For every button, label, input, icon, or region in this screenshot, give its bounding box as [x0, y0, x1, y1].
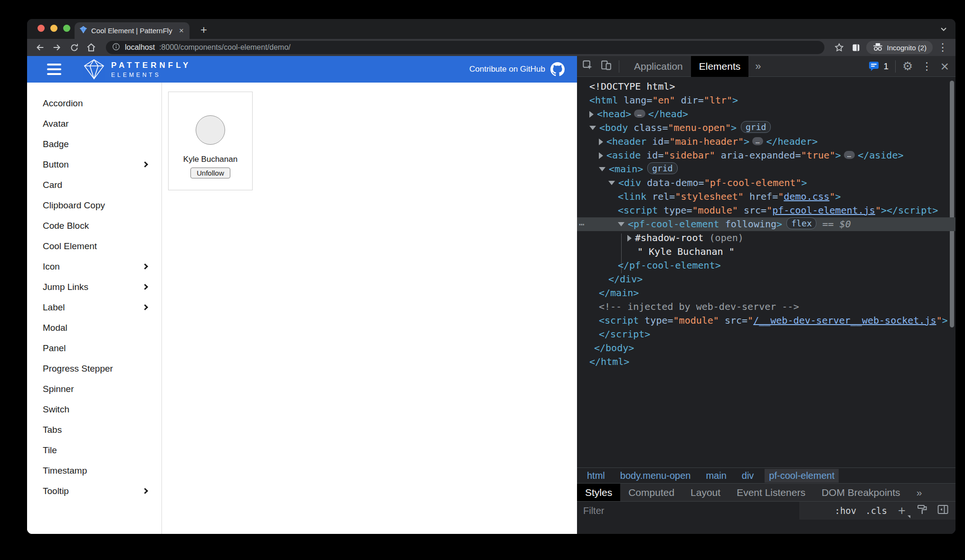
sidebar-item-tooltip[interactable]: Tooltip	[27, 481, 161, 501]
sidebar-item-switch[interactable]: Switch	[27, 399, 161, 420]
dom-tree-line[interactable]: <head>…</head>	[577, 107, 956, 121]
devtools-kebab-icon[interactable]: ⋮	[919, 60, 934, 73]
layout-badge[interactable]: grid	[741, 121, 771, 133]
twisty-expanded-icon[interactable]	[599, 167, 605, 171]
hamburger-menu-icon[interactable]	[47, 64, 61, 75]
zoom-window-button[interactable]	[63, 25, 70, 32]
breadcrumb-item-div[interactable]: div	[738, 469, 758, 483]
minimize-window-button[interactable]	[50, 25, 57, 32]
dom-tree-line[interactable]: <!-- injected by web-dev-server -->	[577, 300, 956, 314]
dom-tree-line[interactable]: <!DOCTYPE html>	[577, 80, 956, 93]
dom-tree-line[interactable]: <header id="main-header">…</header>	[577, 135, 956, 149]
breadcrumb-item-main[interactable]: main	[701, 469, 730, 483]
twisty-collapsed-icon[interactable]	[627, 235, 632, 242]
site-info-icon[interactable]	[112, 42, 121, 53]
devtools-close-icon[interactable]: ×	[940, 59, 949, 74]
layout-badge[interactable]: grid	[647, 162, 677, 174]
dom-tree-line[interactable]: </div>	[577, 272, 956, 286]
expand-ellipsis-button[interactable]: …	[844, 151, 855, 159]
unfollow-button[interactable]: Unfollow	[190, 168, 230, 178]
tab-computed[interactable]: Computed	[620, 484, 682, 502]
toggle-element-classes[interactable]: .cls	[865, 505, 887, 516]
sidebar-item-avatar[interactable]: Avatar	[27, 113, 161, 134]
breadcrumb-item-pf-cool-element[interactable]: pf-cool-element	[765, 469, 839, 483]
dom-tree-line[interactable]: " Kyle Buchanan "	[577, 245, 956, 259]
sidebar-item-accordion[interactable]: Accordion	[27, 93, 161, 113]
console-issues-badge[interactable]: 1	[869, 61, 889, 72]
twisty-expanded-icon[interactable]	[608, 181, 615, 185]
twisty-collapsed-icon[interactable]	[599, 139, 603, 145]
sidebar-item-timestamp[interactable]: Timestamp	[27, 460, 161, 481]
dom-tree-line[interactable]: <script type="module" src="pf-cool-eleme…	[577, 204, 956, 217]
sidebar-item-tile[interactable]: Tile	[27, 440, 161, 460]
more-style-tabs-chevron[interactable]: »	[908, 484, 930, 502]
dom-tree-line[interactable]: <main>grid	[577, 162, 956, 176]
dom-tree-line[interactable]: <body class="menu-open">grid	[577, 121, 956, 135]
dom-tree-line[interactable]: #shadow-root (open)	[577, 231, 956, 245]
sidebar-item-tabs[interactable]: Tabs	[27, 420, 161, 440]
dom-tree-line[interactable]: <aside id="sidebar" aria-expanded="true"…	[577, 149, 956, 162]
twisty-expanded-icon[interactable]	[589, 126, 596, 130]
sidebar-item-label[interactable]: Label	[27, 297, 161, 317]
sidebar-item-card[interactable]: Card	[27, 175, 161, 195]
dom-tree-line[interactable]: <link rel="stylesheet" href="demo.css">	[577, 190, 956, 204]
styles-filter-input[interactable]	[577, 502, 799, 520]
more-panels-chevron[interactable]: »	[755, 60, 761, 73]
dom-tree-line[interactable]: </main>	[577, 286, 956, 300]
bookmark-star-icon[interactable]	[832, 41, 846, 54]
dom-tree-line[interactable]: <div data-demo="pf-cool-element">	[577, 176, 956, 190]
more-actions-ellipsis[interactable]: ⋯	[579, 217, 585, 231]
dom-tree-line[interactable]: <script type="module" src="/__web-dev-se…	[577, 314, 956, 327]
tab-dom-breakpoints[interactable]: DOM Breakpoints	[814, 484, 908, 502]
twisty-collapsed-icon[interactable]	[589, 111, 594, 118]
forward-icon[interactable]	[50, 41, 64, 54]
sidebar-item-jump-links[interactable]: Jump Links	[27, 277, 161, 297]
breadcrumb-item-body-menu-open[interactable]: body.menu-open	[616, 469, 695, 483]
dom-tree-line[interactable]: </pf-cool-element>	[577, 259, 956, 272]
patternfly-logo[interactable]: PATTERNFLY ELEMENTS	[83, 58, 191, 80]
sidebar-item-button[interactable]: Button	[27, 154, 161, 175]
dom-tree-line[interactable]: <html lang="en" dir="ltr">	[577, 93, 956, 107]
inspect-element-icon[interactable]	[582, 59, 594, 73]
expand-ellipsis-button[interactable]: …	[752, 137, 763, 145]
expand-ellipsis-button[interactable]: …	[634, 110, 645, 118]
new-tab-button[interactable]: +	[197, 23, 210, 37]
sidebar-item-code-block[interactable]: Code Block	[27, 215, 161, 236]
tab-close-icon[interactable]: ×	[178, 27, 185, 35]
browser-tab[interactable]: Cool Element | PatternFly Elem ×	[75, 22, 189, 39]
devtools-tab-application[interactable]: Application	[626, 56, 691, 77]
layout-badge[interactable]: flex	[786, 217, 816, 229]
devtools-tab-elements[interactable]: Elements	[691, 56, 749, 77]
tab-layout[interactable]: Layout	[682, 484, 728, 502]
close-window-button[interactable]	[38, 25, 45, 32]
browser-menu-kebab-icon[interactable]: ⋮	[936, 41, 950, 54]
sidebar-item-cool-element[interactable]: Cool Element	[27, 236, 161, 256]
dom-tree-line[interactable]: </body>	[577, 341, 956, 355]
toggle-element-state[interactable]: :hov	[834, 505, 856, 516]
settings-gear-icon[interactable]: ⚙	[902, 59, 913, 73]
toggle-sidebar-panel-icon[interactable]	[937, 504, 949, 517]
address-bar[interactable]: localhost:8000/components/cool-element/d…	[106, 41, 824, 54]
back-icon[interactable]	[33, 41, 47, 54]
contribute-github-link[interactable]: Contribute on GitHub	[469, 62, 565, 76]
sidebar-item-spinner[interactable]: Spinner	[27, 379, 161, 399]
sidebar-item-icon[interactable]: Icon	[27, 256, 161, 277]
device-toolbar-icon[interactable]	[600, 59, 612, 73]
twisty-expanded-icon[interactable]	[618, 222, 624, 226]
reload-icon[interactable]	[67, 41, 81, 54]
breadcrumb-item-html[interactable]: html	[583, 469, 609, 483]
tab-event-listeners[interactable]: Event Listeners	[728, 484, 814, 502]
home-icon[interactable]	[84, 41, 98, 54]
sidebar-item-modal[interactable]: Modal	[27, 317, 161, 338]
dom-tree-line[interactable]: </html>	[577, 355, 956, 369]
sidebar-item-badge[interactable]: Badge	[27, 134, 161, 154]
sidebar-item-clipboard-copy[interactable]: Clipboard Copy	[27, 195, 161, 215]
sidebar-item-panel[interactable]: Panel	[27, 338, 161, 358]
twisty-collapsed-icon[interactable]	[599, 152, 603, 159]
dom-tree-line[interactable]: </script>	[577, 327, 956, 341]
search-tabs-chevron-icon[interactable]	[940, 25, 947, 33]
incognito-badge[interactable]: Incognito (2)	[866, 41, 933, 54]
side-panel-icon[interactable]	[849, 41, 863, 54]
paint-roller-icon[interactable]	[917, 504, 928, 517]
tab-styles[interactable]: Styles	[577, 484, 620, 502]
